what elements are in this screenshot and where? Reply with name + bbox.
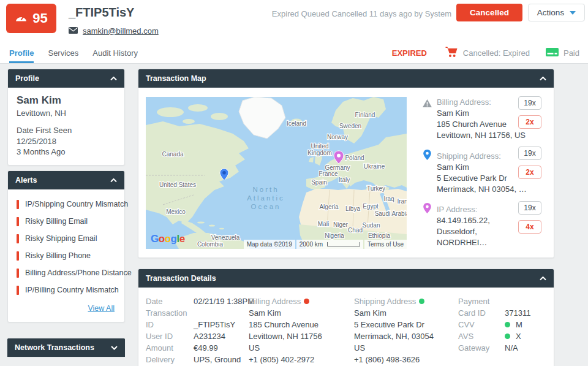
transaction-map-header[interactable]: Transaction Map — [138, 69, 554, 88]
ocean-label: North — [252, 186, 279, 193]
alert-item: Risky Billing Email — [17, 213, 116, 230]
map-attribution-bar: Map data ©2019 2000 km Terms of Use — [244, 240, 407, 249]
first-seen-date: 12/25/2018 — [17, 136, 116, 147]
shipping-pin-icon — [423, 150, 431, 162]
warning-triangle-icon — [422, 99, 432, 110]
ocean-label: Ocean — [251, 203, 281, 210]
header: 95 _FTIP5TisY samkin@billmed.com Expired… — [0, 0, 588, 43]
alert-item: IP/Billing Country Mismatch — [17, 281, 116, 299]
map-label: Turkey — [367, 185, 385, 192]
map-label: Nigeria — [325, 232, 344, 239]
count-badge: 19x — [518, 96, 541, 110]
first-seen-ago: 3 Months Ago — [17, 147, 116, 158]
shipping-frequency-badges: 19x 2x — [517, 147, 543, 179]
view-all-link[interactable]: View All — [88, 304, 115, 313]
map-label: Spain — [311, 179, 327, 186]
tab-audit-history[interactable]: Audit History — [92, 43, 138, 63]
alerts-panel-header[interactable]: Alerts — [8, 171, 124, 189]
shipping-ok-dot — [419, 299, 424, 304]
tab-profile[interactable]: Profile — [9, 43, 34, 63]
order-status-text: Expired Queued Cancelled 11 days ago by … — [272, 9, 451, 18]
profile-location: Levittown, NH — [17, 109, 116, 118]
avs-match-dot — [505, 334, 510, 339]
transaction-map-title: Transaction Map — [146, 74, 206, 83]
map-label: Finland — [355, 112, 375, 118]
profile-panel-title: Profile — [15, 74, 39, 83]
user-email-row: samkin@billmed.com — [69, 25, 159, 36]
alerts-panel-title: Alerts — [15, 176, 37, 185]
alert-severity-bar — [17, 269, 19, 278]
credit-card-icon — [546, 48, 559, 59]
alert-severity-bar — [17, 286, 19, 295]
transaction-details-header[interactable]: Transaction Details — [138, 269, 554, 288]
map-label: Mexico — [166, 208, 186, 215]
alert-item: IP/Shipping Country Mismatch — [17, 196, 116, 213]
alert-item: Risky Billing Phone — [17, 247, 116, 264]
google-logo[interactable]: Google — [151, 233, 185, 245]
ip-frequency-badges: 19x 4x — [517, 201, 543, 234]
page: 95 _FTIP5TisY samkin@billmed.com Expired… — [0, 0, 588, 366]
payment-status-badge: Paid — [564, 48, 579, 58]
chevron-up-icon — [110, 176, 117, 185]
cart-icon — [445, 47, 458, 60]
user-email-link[interactable]: samkin@billmed.com — [83, 26, 159, 36]
map-label: Iceland — [287, 120, 306, 127]
profile-panel-body: Sam Kim Levittown, NH Date First Seen 12… — [8, 88, 124, 165]
map-scale: 2000 km — [296, 240, 363, 249]
map-data-attribution: Map data ©2019 — [244, 240, 295, 249]
billing-address-summary: Billing Address: Sam Kim 185 Church Aven… — [437, 97, 529, 141]
map-label: Ukraine — [364, 163, 385, 170]
map-label: Canada — [162, 151, 183, 158]
alerts-panel: Alerts IP/Shipping Country Mismatch Risk… — [7, 170, 125, 322]
chevron-down-icon — [111, 343, 118, 352]
map-label: Algeria — [319, 204, 339, 210]
map-scale-bar — [327, 242, 360, 246]
alert-severity-bar — [17, 200, 19, 209]
alert-severity-bar — [17, 217, 19, 226]
terms-of-use-link[interactable]: Terms of Use — [364, 240, 407, 249]
map-label: France — [318, 170, 338, 177]
count-badge: 19x — [518, 201, 541, 215]
risk-score-badge[interactable]: 95 — [6, 4, 56, 33]
alerts-panel-body: IP/Shipping Country Mismatch Risky Billi… — [8, 189, 124, 322]
chevron-up-icon — [110, 74, 117, 83]
map-label: Sudan — [363, 222, 380, 229]
profile-panel-header[interactable]: Profile — [8, 69, 124, 88]
chevron-up-icon — [540, 74, 546, 83]
expired-flag: EXPIRED — [392, 48, 427, 58]
ip-address-summary: IP Address: 84.149.165.22, Dusseldorf, N… — [437, 204, 529, 248]
map-label: Chad — [348, 227, 363, 234]
google-map[interactable]: Canada United States Mexico Iceland Finl… — [146, 97, 407, 249]
map-label: Norway — [327, 134, 348, 140]
actions-button-label: Actions — [537, 8, 564, 17]
network-transactions-header[interactable]: Network Transactions — [7, 338, 125, 357]
alert-severity-bar — [17, 251, 19, 261]
network-transactions-panel: Network Transactions — [7, 338, 125, 357]
map-label: Mali — [318, 221, 329, 227]
transaction-details-title: Transaction Details — [146, 274, 216, 283]
billing-address-details: Billing Address Sam Kim 185 Church Avenu… — [249, 295, 353, 366]
alert-count-badge: 2x — [518, 166, 541, 179]
risk-score-value: 95 — [32, 10, 47, 26]
map-label: Iraq — [383, 196, 394, 202]
count-badge: 19x — [518, 147, 541, 160]
billing-risk-dot — [304, 299, 309, 304]
alert-severity-bar — [17, 234, 19, 243]
map-label: United States — [159, 181, 196, 188]
profile-panel: Profile Sam Kim Levittown, NH Date First… — [7, 69, 125, 166]
alert-count-badge: 4x — [518, 220, 541, 234]
map-label: Venezuela — [211, 234, 240, 241]
actions-button[interactable]: Actions — [528, 4, 585, 21]
status-indicators: EXPIRED Cancelled: Expired Paid — [392, 43, 579, 63]
map-label: Egypt — [363, 203, 379, 210]
map-label: United — [311, 143, 329, 150]
tab-services[interactable]: Services — [48, 43, 78, 63]
envelope-icon — [69, 25, 78, 36]
transaction-meta: Date02/21/19 1:38PM Transaction ID_FTIP5… — [146, 295, 254, 365]
transaction-title: _FTIP5TisY — [69, 6, 134, 20]
cancelled-button[interactable]: Cancelled — [456, 4, 522, 21]
map-label: Poland — [345, 154, 364, 161]
map-label: Saudi Arabia — [375, 210, 407, 217]
alert-count-badge: 2x — [518, 115, 541, 129]
map-label: Ethiopia — [368, 232, 391, 239]
